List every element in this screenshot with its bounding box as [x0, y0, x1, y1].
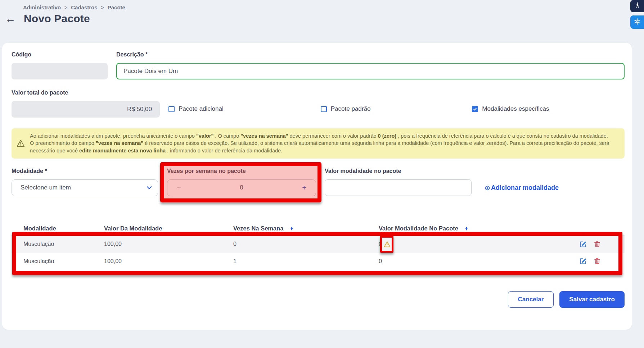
- field-modalidade: Modalidade * Selecione um item: [12, 168, 158, 196]
- row-actions: [547, 257, 601, 265]
- field-valor-total: Valor total do pacote: [12, 90, 160, 118]
- adicionar-modalidade-label: Adicionar modalidade: [491, 184, 559, 192]
- sort-icon[interactable]: ▲▼: [290, 226, 293, 231]
- cell-valor-da-modalidade: 100,00: [104, 241, 233, 247]
- trash-icon: [594, 257, 601, 265]
- checkbox-modalidades-espec-ficas[interactable]: Modalidades específicas: [472, 105, 549, 113]
- accessibility-extension-icon[interactable]: [630, 0, 644, 12]
- column-header-label: Valor Da Modalidade: [104, 225, 162, 232]
- modalidade-select-value: Selecione um item: [21, 184, 71, 191]
- cell-value: 0: [379, 241, 382, 247]
- adicionar-modalidade-button[interactable]: ⊕ Adicionar modalidade: [485, 184, 559, 192]
- cell-value: 0: [379, 258, 382, 264]
- checkbox-checked-icon: [472, 106, 478, 112]
- codigo-label: Código: [12, 51, 108, 58]
- modalidades-table: ModalidadeValor Da ModalidadeVezes Na Se…: [12, 225, 625, 275]
- form-card: Código Descrição * Valor total do pacote…: [2, 43, 632, 330]
- vezes-semana-stepper: − 0 +: [167, 179, 316, 196]
- cell-modalidade: Musculação: [23, 258, 104, 265]
- breadcrumb-item[interactable]: Pacote: [108, 4, 125, 10]
- column-header-vezes-na-semana: Vezes Na Semana▲▼: [233, 225, 379, 232]
- valor-total-input: [12, 101, 160, 118]
- edit-row-button[interactable]: [579, 257, 587, 265]
- chevron-down-icon: [147, 186, 152, 189]
- table-header: ModalidadeValor Da ModalidadeVezes Na Se…: [12, 225, 625, 232]
- page-title: Novo Pacote: [24, 13, 90, 25]
- descricao-input[interactable]: [116, 63, 625, 79]
- modalidade-select[interactable]: Selecione um item: [12, 179, 158, 196]
- cell-modalidade: Musculação: [23, 241, 104, 247]
- checkbox-unchecked-box: [168, 106, 175, 112]
- breadcrumb-item[interactable]: Administrativo: [23, 4, 61, 10]
- table-body: Musculação100,0000Musculação100,0010: [12, 235, 625, 275]
- warning-triangle-icon: [383, 241, 391, 248]
- table-row: Musculação100,0000: [12, 236, 625, 253]
- breadcrumb-item[interactable]: Cadastros: [71, 4, 97, 10]
- codigo-input: [12, 63, 108, 79]
- browser-extension-buttons: [630, 0, 644, 29]
- sort-icon[interactable]: ▲▼: [465, 226, 468, 231]
- table-row: Musculação100,0010: [12, 253, 625, 270]
- valor-modalidade-label: Valor modalidade no pacote: [325, 168, 472, 174]
- cell-valor-modalidade-no-pacote: 0: [379, 258, 547, 265]
- warning-triangle-icon: [16, 139, 25, 148]
- save-button[interactable]: Salvar cadastro: [559, 291, 625, 308]
- checkbox-pacote-adicional[interactable]: Pacote adicional: [168, 105, 224, 113]
- breadcrumb-separator: >: [64, 5, 67, 10]
- chatgpt-logo-icon: [633, 18, 641, 27]
- alert-paragraph: Ao adicionar modalidades a um pacote, pr…: [30, 132, 617, 139]
- field-codigo: Código: [12, 51, 108, 79]
- delete-row-button[interactable]: [594, 241, 601, 248]
- checkbox-label: Pacote padrão: [331, 105, 371, 113]
- column-header-modalidade: Modalidade: [23, 225, 104, 232]
- column-header-valor-da-modalidade: Valor Da Modalidade: [104, 225, 233, 232]
- column-header-label: Vezes Na Semana: [233, 225, 283, 232]
- column-header-label: Valor Modalidade No Pacote: [379, 225, 458, 232]
- checkbox-unchecked-box: [321, 106, 327, 112]
- alert-paragraph: O preenchimento do campo "vezes na seman…: [30, 139, 617, 154]
- row-actions: [547, 241, 601, 248]
- stepper-value: 0: [240, 184, 243, 191]
- column-header-valor-modalidade-no-pacote: Valor Modalidade No Pacote▲▼: [379, 225, 547, 232]
- checkbox-label: Pacote adicional: [179, 105, 224, 113]
- breadcrumb-separator: >: [101, 5, 104, 10]
- field-valor-modalidade: Valor modalidade no pacote: [325, 168, 472, 196]
- edit-pencil-icon: [579, 241, 587, 248]
- plus-circle-icon: ⊕: [485, 184, 490, 192]
- cell-valor-modalidade-no-pacote: 0: [379, 241, 547, 248]
- edit-pencil-icon: [579, 257, 587, 265]
- valor-total-label: Valor total do pacote: [12, 90, 160, 96]
- breadcrumb: Administrativo>Cadastros>Pacote: [0, 0, 644, 10]
- modalidade-label: Modalidade *: [12, 168, 158, 174]
- trash-icon: [594, 241, 601, 248]
- column-header-label: Modalidade: [23, 225, 56, 232]
- cell-vezes-na-semana: 0: [233, 241, 379, 247]
- stepper-minus-button[interactable]: −: [176, 184, 182, 191]
- field-vezes-por-semana: Vezes por semana no pacote − 0 +: [167, 168, 316, 196]
- stepper-plus-button[interactable]: +: [301, 184, 307, 191]
- field-descricao: Descrição *: [116, 51, 625, 79]
- checkbox-pacote-padr-o[interactable]: Pacote padrão: [321, 105, 371, 113]
- checkbox-row: Pacote adicionalPacote padrãoModalidades…: [160, 105, 549, 113]
- chatgpt-extension-icon[interactable]: [630, 15, 644, 29]
- vezes-semana-label: Vezes por semana no pacote: [167, 168, 316, 174]
- cell-vezes-na-semana: 1: [233, 258, 379, 265]
- cell-valor-da-modalidade: 100,00: [104, 258, 233, 265]
- checkbox-label: Modalidades específicas: [482, 105, 549, 113]
- info-alert: Ao adicionar modalidades a um pacote, pr…: [12, 128, 625, 159]
- descricao-label: Descrição *: [116, 51, 625, 58]
- cancel-button[interactable]: Cancelar: [508, 291, 554, 308]
- back-button[interactable]: ←: [5, 13, 16, 24]
- delete-row-button[interactable]: [594, 257, 601, 265]
- alert-text: Ao adicionar modalidades a um pacote, pr…: [30, 132, 617, 154]
- person-walking-icon: [634, 2, 641, 10]
- edit-row-button[interactable]: [579, 241, 587, 248]
- warning-cell-wrap: [383, 241, 391, 248]
- valor-modalidade-input[interactable]: [325, 179, 472, 196]
